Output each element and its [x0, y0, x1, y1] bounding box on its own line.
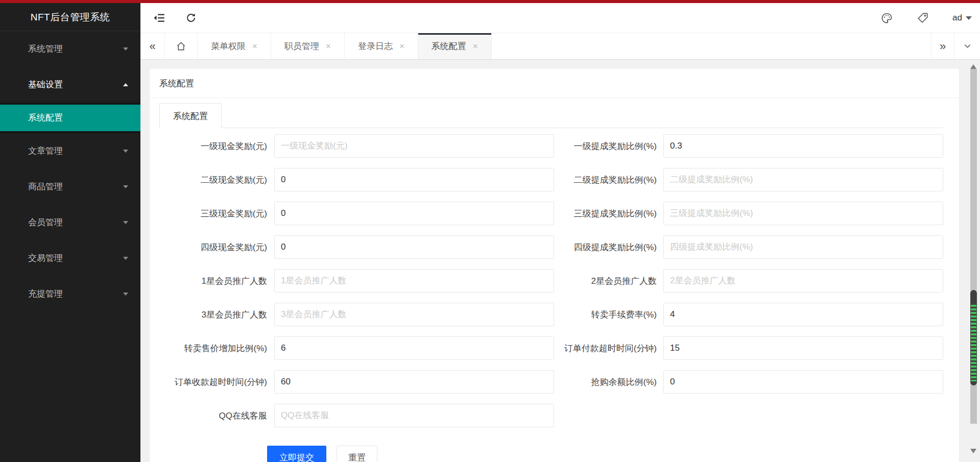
reset-button[interactable]: 重置: [337, 446, 377, 462]
tab-login-log[interactable]: 登录日志 ×: [345, 33, 418, 59]
form-row: 订单收款超时时间(分钟) 抢购余额比例(%): [159, 370, 943, 394]
tab-close-icon[interactable]: ×: [326, 42, 331, 51]
sidebar-item-basic-settings[interactable]: 基础设置: [0, 67, 140, 103]
card-body: 系统配置 一级现金奖励(元) 一级提成奖励比例(%) 二级现金奖励(元) 二级提…: [150, 98, 959, 462]
inner-tab-system-config[interactable]: 系统配置: [159, 103, 222, 128]
open-tabs: 菜单权限 × 职员管理 × 登录日志 × 系统配置 ×: [198, 33, 492, 59]
sidebar-subitem-system-config[interactable]: 系统配置: [0, 105, 140, 131]
chevron-icon: [123, 185, 128, 188]
label-order-collect-timeout: 订单收款超时时间(分钟): [159, 376, 274, 388]
content-area: 系统配置 系统配置 一级现金奖励(元) 一级提成奖励比例(%) 二级现金奖励(元…: [140, 60, 980, 462]
sidebar-item-label: 系统管理: [28, 44, 63, 54]
scroll-tabs-left-button[interactable]: «: [140, 33, 165, 59]
form-row: 四级现金奖励(元) 四级提成奖励比例(%): [159, 235, 943, 259]
label-resale-fee-rate: 转卖手续费率(%): [554, 309, 663, 321]
navbar-right: ad: [880, 11, 975, 25]
menu-fold-icon[interactable]: [153, 11, 166, 25]
scrollbar-thumb-stripes: [971, 305, 976, 381]
input-qq-online-service[interactable]: [274, 404, 554, 427]
sidebar-menu: 系统管理 基础设置 系统配置 文章管理 商品管理 会员管理: [0, 31, 140, 312]
user-menu[interactable]: ad: [952, 13, 975, 23]
tab-close-icon[interactable]: ×: [473, 42, 478, 51]
scroll-tabs-right-button[interactable]: »: [931, 33, 954, 59]
sidebar-item-label: 文章管理: [28, 146, 63, 156]
label-level2-cash: 二级现金奖励(元): [159, 174, 274, 186]
input-order-pay-timeout[interactable]: [663, 336, 943, 360]
username: ad: [952, 13, 962, 23]
sidebar-item-system-mgmt[interactable]: 系统管理: [0, 31, 140, 67]
label-star1-promoters: 1星会员推广人数: [159, 275, 274, 287]
input-level2-commission[interactable]: [663, 168, 943, 191]
input-order-collect-timeout[interactable]: [274, 370, 554, 394]
tab-bar: « 菜单权限 × 职员管理 × 登录日志 × 系统配置 × »: [140, 33, 980, 60]
sidebar-item-article-mgmt[interactable]: 文章管理: [0, 133, 140, 169]
input-level1-cash[interactable]: [274, 134, 554, 158]
label-level1-commission: 一级提成奖励比例(%): [554, 140, 663, 152]
scrollbar-down-arrow[interactable]: [970, 449, 976, 456]
chevron-down-icon: [963, 42, 972, 51]
submit-button[interactable]: 立即提交: [267, 446, 326, 462]
form-actions: 立即提交 重置: [159, 446, 943, 462]
sidebar-item-label: 充提管理: [28, 289, 63, 299]
chevron-icon: [123, 221, 128, 224]
form-row: 一级现金奖励(元) 一级提成奖励比例(%): [159, 134, 943, 158]
input-level4-commission[interactable]: [663, 235, 943, 259]
sidebar: NFT后台管理系统 系统管理 基础设置 系统配置 文章管理 商品管理 会员管理: [0, 3, 140, 462]
tab-label: 菜单权限: [211, 40, 246, 52]
input-star1-promoters[interactable]: [274, 269, 554, 293]
form-row: 二级现金奖励(元) 二级提成奖励比例(%): [159, 168, 943, 191]
sidebar-item-recharge-withdraw-mgmt[interactable]: 充提管理: [0, 276, 140, 312]
label-qq-online-service: QQ在线客服: [159, 410, 274, 422]
tabbar-spacer: [492, 33, 931, 59]
input-resale-fee-rate[interactable]: [663, 303, 943, 326]
label-rush-balance-ratio: 抢购余额比例(%): [554, 376, 663, 388]
refresh-icon[interactable]: [184, 11, 198, 25]
label-level1-cash: 一级现金奖励(元): [159, 140, 274, 152]
label-star2-promoters: 2星会员推广人数: [554, 275, 663, 287]
inner-tab-strip: 系统配置: [159, 103, 943, 128]
tab-close-icon[interactable]: ×: [252, 42, 257, 51]
input-star2-promoters[interactable]: [663, 269, 943, 293]
chevron-icon: [123, 293, 128, 296]
brand-title: NFT后台管理系统: [0, 3, 140, 31]
home-tab[interactable]: [165, 33, 198, 59]
scrollbar-track[interactable]: [970, 69, 977, 424]
form-row: 3星会员推广人数 转卖手续费率(%): [159, 303, 943, 326]
tab-menu-permissions[interactable]: 菜单权限 ×: [198, 33, 271, 59]
input-rush-balance-ratio[interactable]: [663, 370, 943, 394]
label-level2-commission: 二级提成奖励比例(%): [554, 174, 663, 186]
sidebar-item-member-mgmt[interactable]: 会员管理: [0, 205, 140, 240]
chevron-icon: [123, 47, 128, 51]
input-resale-markup-ratio[interactable]: [274, 336, 554, 360]
card-title: 系统配置: [150, 69, 959, 98]
label-star3-promoters: 3星会员推广人数: [159, 309, 274, 321]
input-level3-cash[interactable]: [274, 202, 554, 225]
input-level3-commission[interactable]: [663, 202, 943, 225]
system-config-form: 一级现金奖励(元) 一级提成奖励比例(%) 二级现金奖励(元) 二级提成奖励比例…: [159, 128, 943, 427]
theme-palette-icon[interactable]: [880, 11, 893, 25]
chevron-icon: [123, 150, 128, 153]
input-level4-cash[interactable]: [274, 235, 554, 259]
scrollbar-up-arrow[interactable]: [970, 61, 976, 69]
home-icon: [176, 41, 186, 52]
input-star3-promoters[interactable]: [274, 303, 554, 326]
tab-label: 系统配置: [432, 40, 466, 52]
tab-label: 登录日志: [358, 40, 393, 52]
tab-close-icon[interactable]: ×: [399, 42, 404, 51]
sidebar-item-trade-mgmt[interactable]: 交易管理: [0, 240, 140, 276]
tag-icon[interactable]: [916, 11, 929, 25]
sidebar-item-label: 商品管理: [28, 182, 63, 191]
chevron-icon: [123, 83, 128, 86]
label-level3-commission: 三级提成奖励比例(%): [554, 208, 663, 220]
input-level2-cash[interactable]: [274, 168, 554, 191]
sidebar-submenu: 系统配置: [0, 103, 140, 133]
label-order-pay-timeout: 订单付款超时时间(分钟): [554, 343, 663, 354]
input-level1-commission[interactable]: [663, 134, 943, 158]
label-level4-cash: 四级现金奖励(元): [159, 241, 274, 253]
sidebar-item-goods-mgmt[interactable]: 商品管理: [0, 169, 140, 205]
tab-options-button[interactable]: [954, 33, 980, 59]
tab-system-config[interactable]: 系统配置 ×: [418, 33, 492, 59]
tab-staff-mgmt[interactable]: 职员管理 ×: [271, 33, 345, 59]
form-row: 1星会员推广人数 2星会员推广人数: [159, 269, 943, 293]
scrollbar-thumb[interactable]: [970, 290, 977, 385]
